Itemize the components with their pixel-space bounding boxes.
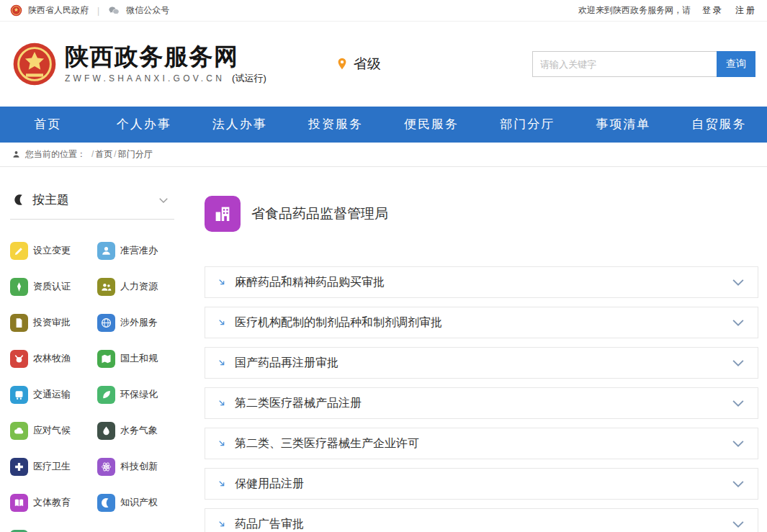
theme-sidebar: 按主题 设立变更准营准办资质认证人力资源投资审批涉外服务农林牧渔国土和规交通运输… <box>10 167 184 532</box>
wechat-icon <box>108 4 120 17</box>
sidebar-title: 按主题 <box>32 191 69 208</box>
person-icon <box>12 150 21 159</box>
nav-item-3[interactable]: 投资服务 <box>287 107 383 143</box>
service-row[interactable]: 麻醉药品和精神药品购买审批 <box>205 266 758 298</box>
chevron-down-icon[interactable] <box>730 436 746 451</box>
category-item[interactable]: 涉外服务 <box>97 305 184 341</box>
category-item[interactable]: 人力资源 <box>97 269 184 305</box>
sidebar-header[interactable]: 按主题 <box>10 191 174 220</box>
category-item[interactable]: 应对气候 <box>10 412 97 448</box>
chevron-down-icon[interactable] <box>157 194 170 207</box>
region-level-selector[interactable]: 省级 <box>335 55 381 73</box>
service-title: 国产药品再注册审批 <box>235 356 338 371</box>
service-row[interactable]: 保健用品注册 <box>205 468 758 500</box>
pen-icon <box>10 278 28 296</box>
leaf-icon <box>97 386 115 404</box>
register-link[interactable]: 注册 <box>735 4 757 17</box>
arrow-down-right-icon <box>217 317 228 328</box>
category-label: 科技创新 <box>120 460 158 473</box>
service-title: 药品广告审批 <box>235 517 304 532</box>
category-label: 文体教育 <box>33 496 71 509</box>
service-row[interactable]: 第二类、三类医疗器械生产企业许可 <box>205 428 758 459</box>
category-label: 设立变更 <box>33 244 71 257</box>
chevron-down-icon[interactable] <box>730 476 746 492</box>
category-item[interactable]: 知识产权 <box>97 484 184 520</box>
nav-item-4[interactable]: 便民服务 <box>384 107 480 143</box>
breadcrumb-separator: / <box>114 149 116 159</box>
breadcrumb-item[interactable]: 首页 <box>95 149 112 159</box>
service-row[interactable]: 国产药品再注册审批 <box>205 347 758 379</box>
category-item[interactable]: 准营准办 <box>97 233 184 269</box>
arrow-down-right-icon <box>217 398 228 409</box>
login-link[interactable]: 登录 <box>702 4 724 17</box>
category-label: 环保绿化 <box>120 388 158 401</box>
chevron-down-icon[interactable] <box>730 395 746 411</box>
topbar-left: 陕西省人民政府 | 微信公众号 <box>10 4 169 17</box>
cloud-icon <box>10 422 28 440</box>
category-label: 医疗卫生 <box>33 460 71 473</box>
emblem-icon <box>10 4 22 17</box>
category-item[interactable]: 国土和规 <box>97 341 184 377</box>
category-label: 准营准办 <box>120 244 158 257</box>
service-title: 麻醉药品和精神药品购买审批 <box>235 275 385 290</box>
category-item[interactable]: 科技创新 <box>97 448 184 484</box>
chevron-down-icon[interactable] <box>730 516 746 532</box>
chevron-down-icon[interactable] <box>730 355 746 371</box>
welcome-text: 欢迎来到陕西政务服务网，请 <box>578 4 691 17</box>
atom-icon <box>97 458 115 476</box>
category-item[interactable]: 农林牧渔 <box>10 341 97 377</box>
arrow-down-right-icon <box>217 277 228 288</box>
location-pin-icon <box>335 57 349 71</box>
category-label: 交通运输 <box>33 388 71 401</box>
main-nav: 首页个人办事法人办事投资服务便民服务部门分厅事项清单自贸服务 <box>0 107 767 143</box>
service-row[interactable]: 药品广告审批 <box>205 508 758 532</box>
service-row[interactable]: 医疗机构配制的制剂品种和制剂调剂审批 <box>205 307 758 338</box>
document-icon <box>10 314 28 332</box>
agency-name: 省食品药品监督管理局 <box>251 204 388 223</box>
leaf-icon <box>10 530 28 532</box>
category-label: 人力资源 <box>120 280 158 293</box>
chevron-down-icon[interactable] <box>730 274 746 290</box>
chevron-down-icon[interactable] <box>730 315 746 330</box>
nav-item-5[interactable]: 部门分厅 <box>480 107 575 143</box>
site-header: 陕西政务服务网 ZWFW.SHAANXI.GOV.CN (试运行) 省级 查询 <box>0 22 767 107</box>
category-label: 国土和规 <box>120 352 158 365</box>
search-input[interactable] <box>532 51 717 77</box>
cross-icon <box>10 458 28 476</box>
category-item[interactable]: 医疗卫生 <box>10 448 97 484</box>
topbar-right: 欢迎来到陕西政务服务网，请 登录 注册 <box>578 4 757 17</box>
people-icon <box>97 278 115 296</box>
search-button[interactable]: 查询 <box>717 51 755 77</box>
animal-icon <box>10 350 28 368</box>
gov-portal-link[interactable]: 陕西省人民政府 <box>28 4 89 17</box>
arrow-down-right-icon <box>217 358 228 369</box>
breadcrumb: 您当前的位置： /首页/部门分厅 <box>0 143 767 167</box>
nav-item-6[interactable]: 事项清单 <box>575 107 671 143</box>
category-grid: 设立变更准营准办资质认证人力资源投资审批涉外服务农林牧渔国土和规交通运输环保绿化… <box>10 220 184 532</box>
category-item[interactable]: 交通运输 <box>10 377 97 412</box>
category-item[interactable]: 设立变更 <box>10 233 97 269</box>
moon-icon <box>97 494 115 512</box>
breadcrumb-item[interactable]: 部门分厅 <box>118 149 153 159</box>
category-item[interactable]: 水务气象 <box>97 412 184 448</box>
region-level-label: 省级 <box>354 55 381 73</box>
site-search: 查询 <box>532 51 755 77</box>
nav-item-2[interactable]: 法人办事 <box>192 107 287 143</box>
category-item[interactable]: 投资审批 <box>10 305 97 341</box>
category-item[interactable]: 资质认证 <box>10 269 97 305</box>
service-row[interactable]: 第二类医疗器械产品注册 <box>205 387 758 419</box>
service-title: 保健用品注册 <box>235 477 304 492</box>
site-subtitle: ZWFW.SHAANXI.GOV.CN (试运行) <box>65 72 266 85</box>
wechat-link[interactable]: 微信公众号 <box>126 4 169 17</box>
breadcrumb-separator: / <box>91 149 94 159</box>
category-item[interactable] <box>10 520 97 532</box>
category-item[interactable]: 文体教育 <box>10 484 97 520</box>
pencil-icon <box>10 242 28 260</box>
category-label: 农林牧渔 <box>33 352 71 365</box>
nav-item-0[interactable]: 首页 <box>0 107 96 143</box>
category-label: 知识产权 <box>120 496 158 509</box>
nav-item-1[interactable]: 个人办事 <box>96 107 192 143</box>
category-item[interactable]: 环保绿化 <box>97 377 184 412</box>
person-icon <box>97 242 115 260</box>
nav-item-7[interactable]: 自贸服务 <box>671 107 767 143</box>
